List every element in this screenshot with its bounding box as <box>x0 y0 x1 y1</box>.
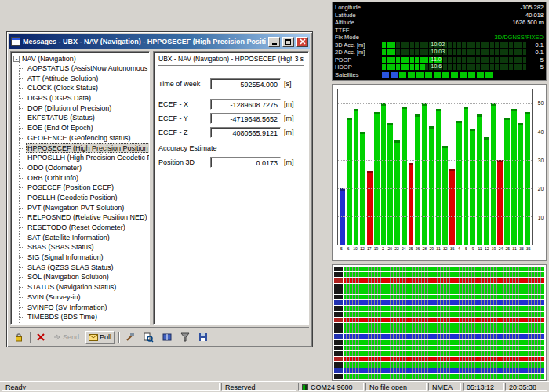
tree-item[interactable]: ORB (Orbit Info) <box>26 173 80 183</box>
toolbar-separator <box>30 332 31 343</box>
tree-item[interactable]: DOP (Dilution of Precision) <box>26 103 113 114</box>
tree-item[interactable]: SVIN (Survey-in) <box>26 292 82 303</box>
save-icon <box>198 332 208 342</box>
tree-item[interactable]: SVINFO (SV Information) <box>26 303 109 313</box>
satellites-row: Satellites <box>335 71 544 79</box>
cno-bar <box>367 171 373 245</box>
gauge-label: HDOP <box>335 64 382 71</box>
field-value: 4080565.9121 <box>210 127 281 138</box>
maximize-button[interactable] <box>282 37 294 47</box>
cno-bar <box>422 103 427 245</box>
satellite-segment <box>399 72 406 78</box>
tools-button[interactable] <box>123 331 137 344</box>
tree-item[interactable]: TIMEBDS (BDS Time) <box>26 312 99 322</box>
tree-item[interactable]: HPPOSLLH (High Precision Geodetic P <box>26 153 150 163</box>
tree-item[interactable]: DGPS (DGPS Data) <box>26 93 93 103</box>
x-axis-label: 6 <box>346 246 351 251</box>
close-button[interactable] <box>296 37 308 47</box>
field-unit: [m] <box>284 158 294 166</box>
satellite-segment <box>451 72 458 78</box>
save-button[interactable] <box>196 331 210 344</box>
satellite-segment <box>485 72 493 78</box>
view-button[interactable] <box>141 331 156 344</box>
tree-item[interactable]: SIG (Signal Information) <box>26 252 105 263</box>
history-sv-block <box>334 328 343 333</box>
field-label: Time of week <box>158 80 210 88</box>
x-axis-label: 22 <box>394 246 400 251</box>
y-axis-label: 30 <box>538 157 544 162</box>
tree-item[interactable]: EKFSTATUS (Status) <box>26 113 96 123</box>
tree-item[interactable]: HPPOSECEF (High Precision Position E <box>26 143 150 154</box>
tree-item[interactable]: POSLLH (Geodetic Position) <box>26 193 119 203</box>
history-row <box>344 351 544 356</box>
tree-item[interactable]: EOE (End Of Epoch) <box>26 123 95 133</box>
cno-bar <box>354 109 359 245</box>
tree-item[interactable]: SBAS (SBAS Status) <box>26 242 96 252</box>
tree-item[interactable]: GEOFENCE (Geofencing status) <box>26 133 133 143</box>
cno-plot <box>337 89 533 245</box>
tree-item[interactable]: SLAS (QZSS SLAS Status) <box>26 263 115 273</box>
history-sv-block <box>334 278 343 282</box>
x-axis-label: 4 <box>456 246 462 251</box>
send-button[interactable]: Send <box>51 331 82 344</box>
field-label: ECEF - X <box>158 100 210 108</box>
tree-item[interactable]: CLOCK (Clock Status) <box>26 83 100 93</box>
tree-item[interactable]: RELPOSNED (Relative Position NED) <box>26 212 149 223</box>
y-axis-label: 50 <box>538 100 544 106</box>
gridline <box>338 103 532 104</box>
y-axis-label: 10 <box>538 214 544 220</box>
x-axis-label: 5 <box>339 246 344 251</box>
gridline <box>338 216 532 217</box>
history-row <box>344 284 544 289</box>
field-unit: [m] <box>284 114 294 122</box>
tree-item[interactable]: RESETODO (Reset Odometer) <box>26 223 127 233</box>
tree-item[interactable]: AOPSTATUS (AssistNow Autonomous <box>26 64 149 74</box>
status-ready: Ready <box>2 383 220 391</box>
field-label: Position 3D <box>158 158 210 166</box>
gridline <box>338 188 532 189</box>
gauge-label: 2D Acc. [m] <box>335 49 382 56</box>
tree-item[interactable]: STATUS (Navigation Status) <box>26 282 118 292</box>
toolbar-separator <box>118 332 119 343</box>
x-axis-label: 26 <box>415 246 420 251</box>
poll-button[interactable]: Poll <box>85 331 115 344</box>
data-label: TTFF <box>335 27 382 34</box>
clear-button[interactable] <box>35 331 47 344</box>
status-port[interactable]: COM24 9600 <box>298 383 364 391</box>
x-axis-label: 29 <box>429 246 434 251</box>
tree-item[interactable]: ODO (Odometer) <box>26 163 83 173</box>
cno-bar <box>436 109 442 245</box>
cno-bar <box>511 109 517 245</box>
gauge-row: HDOP10.65 <box>335 64 544 71</box>
x-axis-label: 32 <box>442 246 448 251</box>
tree-item[interactable]: TIMEGAL (Galileo Time) <box>26 322 106 325</box>
book-icon <box>162 332 172 342</box>
tree-item[interactable]: PVT (Navigation PVT Solution) <box>26 203 125 213</box>
messages-titlebar[interactable]: Messages - UBX - NAV (Navigation) - HPPO… <box>9 34 310 49</box>
cno-bar <box>484 137 489 245</box>
tree-item[interactable]: SAT (Satellite Information) <box>26 233 111 243</box>
satellite-history-chart <box>332 264 547 381</box>
history-row <box>344 306 544 310</box>
gauge-right-value: 0.1 <box>526 49 544 56</box>
data-row: Longitude-105.282 <box>335 4 544 12</box>
tree-root[interactable]: - NAV (Navigation) <box>13 53 149 64</box>
field-unit: [m] <box>284 100 294 108</box>
minimize-button[interactable] <box>268 37 280 47</box>
cno-bar <box>518 123 524 245</box>
tree-item[interactable]: ATT (Attitude Solution) <box>26 74 100 84</box>
lock-button[interactable] <box>12 331 26 344</box>
gridline <box>338 160 532 161</box>
satellite-segment <box>477 72 484 78</box>
messages-window: Messages - UBX - NAV (Navigation) - HPPO… <box>6 31 313 347</box>
x-axis-label: 12 <box>359 246 365 251</box>
log-button[interactable] <box>160 331 174 344</box>
gauge-value: 10.03 <box>431 49 445 54</box>
history-row <box>344 289 544 294</box>
history-sv-block <box>334 272 343 277</box>
cno-bar <box>449 169 455 245</box>
history-sv-block <box>334 340 343 345</box>
tree-item[interactable]: POSECEF (Position ECEF) <box>26 183 115 193</box>
tree-item[interactable]: SOL (Navigation Solution) <box>26 272 111 282</box>
filter-button[interactable] <box>178 331 192 344</box>
